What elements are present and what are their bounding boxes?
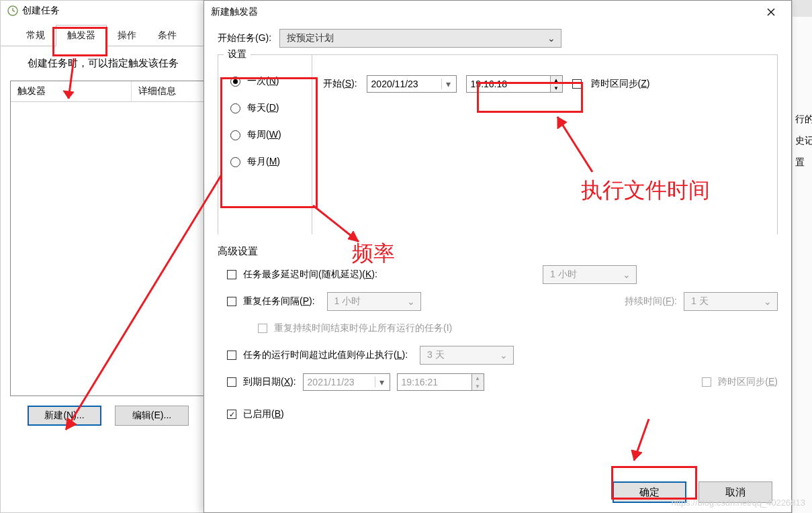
radio-monthly[interactable]: 每月(M) bbox=[230, 156, 304, 168]
adv-limit-checkbox[interactable] bbox=[227, 351, 236, 360]
settings-legend: 设置 bbox=[224, 48, 251, 60]
start-task-label: 开始任务(G): bbox=[218, 32, 271, 44]
adv-delay-row: 任务最多延迟时间(随机延迟)(K): 1 小时 ⌄ bbox=[227, 265, 778, 285]
dialog-title: 新建触发器 bbox=[211, 6, 258, 18]
edit-trigger-button[interactable]: 编辑(E)... bbox=[115, 406, 189, 426]
start-date-value: 2020/11/23 bbox=[371, 79, 418, 89]
chevron-down-icon: ⌄ bbox=[407, 296, 415, 307]
clip-text-2: 史记 bbox=[793, 132, 812, 150]
adv-expire-date-input[interactable]: 2021/11/23 ▾ bbox=[303, 373, 390, 391]
start-label: 开始(S): bbox=[323, 78, 357, 90]
adv-expire-label: 到期日期(X): bbox=[243, 376, 296, 388]
chevron-down-icon: ⌄ bbox=[547, 33, 555, 44]
adv-duration-value: 1 天 bbox=[691, 295, 709, 308]
col-trigger[interactable]: 触发器 bbox=[11, 81, 132, 101]
start-task-value: 按预定计划 bbox=[287, 32, 334, 44]
time-spinner[interactable]: ▲▼ bbox=[550, 76, 562, 92]
adv-limit-label: 任务的运行时间超过此值则停止执行(L): bbox=[243, 349, 408, 361]
adv-duration-label: 持续时间(F): bbox=[625, 295, 677, 308]
settings-group: 设置 一次(N) 每天(D) 每周(W) 每月(M) bbox=[218, 54, 778, 234]
adv-limit-row: 任务的运行时间超过此值则停止执行(L): 3 天 ⌄ bbox=[227, 345, 778, 365]
radio-once[interactable]: 一次(N) bbox=[230, 75, 304, 87]
dialog-body: 开始任务(G): 按预定计划 ⌄ 设置 一次(N) 每天(D) 每周(W) bbox=[204, 24, 791, 424]
radio-icon bbox=[230, 130, 240, 140]
start-line: 开始(S): 2020/11/23 ▾ 19:16:18 ▲▼ 跨时区同步(Z) bbox=[323, 75, 766, 93]
chevron-down-icon: ⌄ bbox=[623, 269, 631, 280]
adv-stop-repeat-row: 重复持续时间结束时停止所有运行的任务(I) bbox=[258, 318, 778, 338]
radio-once-label: 一次(N) bbox=[247, 75, 279, 87]
start-task-row: 开始任务(G): 按预定计划 ⌄ bbox=[218, 29, 778, 48]
adv-expire-row: 到期日期(X): 2021/11/23 ▾ 19:16:21 ▲▼ 跨时区同步(… bbox=[227, 372, 778, 392]
adv-enabled-label: 已启用(B) bbox=[243, 408, 284, 420]
tab-actions[interactable]: 操作 bbox=[107, 26, 147, 46]
chevron-down-icon: ⌄ bbox=[764, 296, 772, 307]
new-trigger-button[interactable]: 新建(N)... bbox=[28, 406, 101, 426]
frequency-radios: 一次(N) 每天(D) 每周(W) 每月(M) bbox=[218, 55, 312, 234]
radio-weekly-label: 每周(W) bbox=[247, 129, 281, 141]
chevron-down-icon: ⌄ bbox=[500, 350, 508, 361]
tab-general[interactable]: 常规 bbox=[15, 26, 56, 46]
adv-repeat-combo[interactable]: 1 小时 ⌄ bbox=[327, 292, 421, 311]
start-task-combo[interactable]: 按预定计划 ⌄ bbox=[279, 29, 561, 48]
new-trigger-dialog: 新建触发器 开始任务(G): 按预定计划 ⌄ 设置 一次(N) 每天(D) bbox=[204, 0, 792, 513]
right-clipped-panel: 行的 史记 置 bbox=[792, 17, 812, 513]
adv-limit-value: 3 天 bbox=[427, 349, 445, 361]
calendar-icon[interactable]: ▾ bbox=[441, 79, 453, 89]
adv-enabled-checkbox[interactable]: ✓ bbox=[227, 410, 236, 419]
adv-limit-combo[interactable]: 3 天 ⌄ bbox=[420, 346, 514, 365]
adv-stop-repeat-checkbox bbox=[258, 324, 267, 333]
clip-text-1: 行的 bbox=[793, 111, 812, 128]
settings-right-col: 开始(S): 2020/11/23 ▾ 19:16:18 ▲▼ 跨时区同步(Z) bbox=[312, 55, 777, 234]
start-date-input[interactable]: 2020/11/23 ▾ bbox=[367, 75, 457, 93]
start-time-input[interactable]: 19:16:18 ▲▼ bbox=[466, 75, 563, 93]
start-time-value: 19:16:18 bbox=[471, 79, 508, 89]
advanced-label: 高级设置 bbox=[218, 245, 778, 258]
radio-monthly-label: 每月(M) bbox=[247, 156, 280, 168]
radio-icon bbox=[230, 77, 240, 87]
adv-repeat-row: 重复任务间隔(P): 1 小时 ⌄ 持续时间(F): 1 天 ⌄ bbox=[227, 291, 778, 312]
radio-daily[interactable]: 每天(D) bbox=[230, 102, 304, 114]
adv-delay-combo[interactable]: 1 小时 ⌄ bbox=[543, 265, 637, 284]
watermark: https://blog.csdn.net/qq_40226813 bbox=[672, 498, 806, 508]
sync-tz-checkbox[interactable] bbox=[572, 79, 582, 89]
close-icon bbox=[767, 8, 775, 16]
clip-text-3: 置 bbox=[793, 154, 812, 171]
tab-conditions[interactable]: 条件 bbox=[147, 26, 187, 46]
radio-daily-label: 每天(D) bbox=[247, 102, 279, 114]
tab-triggers[interactable]: 触发器 bbox=[56, 25, 107, 46]
radio-icon bbox=[230, 157, 240, 167]
adv-expire-sync-checkbox bbox=[702, 377, 711, 387]
svg-line-2 bbox=[13, 11, 15, 11]
adv-delay-label: 任务最多延迟时间(随机延迟)(K): bbox=[243, 269, 377, 281]
adv-repeat-checkbox[interactable] bbox=[227, 297, 236, 306]
adv-delay-checkbox[interactable] bbox=[227, 270, 236, 279]
dialog-titlebar: 新建触发器 bbox=[204, 1, 791, 24]
back-window-title: 创建任务 bbox=[22, 5, 60, 17]
adv-delay-value: 1 小时 bbox=[550, 269, 577, 281]
adv-expire-checkbox[interactable] bbox=[227, 377, 236, 387]
adv-expire-time-value: 19:16:21 bbox=[402, 377, 439, 387]
sync-tz-label: 跨时区同步(Z) bbox=[591, 78, 650, 90]
adv-stop-repeat-label: 重复持续时间结束时停止所有运行的任务(I) bbox=[274, 322, 452, 334]
adv-expire-time-input[interactable]: 19:16:21 ▲▼ bbox=[397, 373, 484, 391]
radio-icon bbox=[230, 103, 240, 113]
adv-duration-combo[interactable]: 1 天 ⌄ bbox=[684, 292, 778, 311]
clock-icon bbox=[7, 5, 18, 16]
radio-weekly[interactable]: 每周(W) bbox=[230, 129, 304, 141]
adv-repeat-label: 重复任务间隔(P): bbox=[243, 295, 315, 308]
close-button[interactable] bbox=[758, 2, 784, 22]
adv-expire-date-value: 2021/11/23 bbox=[308, 377, 355, 387]
adv-enabled-row: ✓ 已启用(B) bbox=[227, 404, 778, 424]
adv-expire-sync-label: 跨时区同步(E) bbox=[718, 376, 778, 388]
adv-repeat-value: 1 小时 bbox=[334, 295, 361, 308]
calendar-icon[interactable]: ▾ bbox=[375, 377, 387, 387]
time-spinner[interactable]: ▲▼ bbox=[471, 374, 484, 390]
